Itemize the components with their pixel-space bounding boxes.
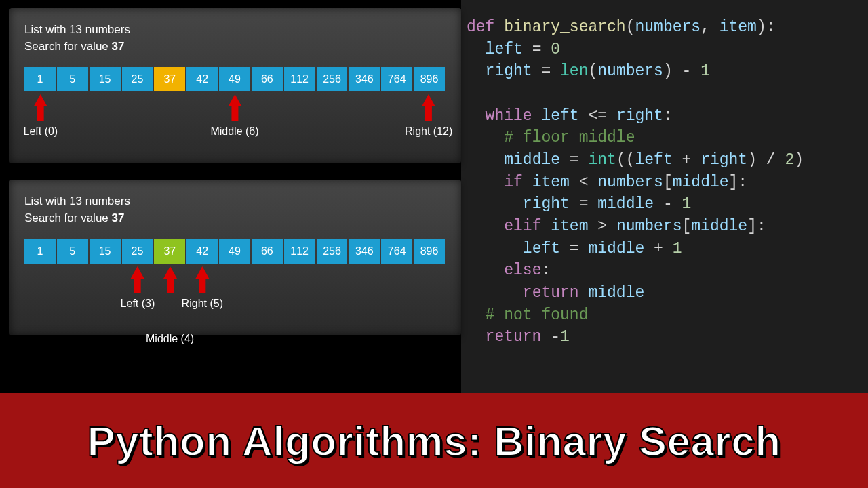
panel-description: List with 13 numbersSearch for value 37: [24, 193, 446, 226]
array-cell: 25: [122, 67, 153, 92]
panel-description: List with 13 numbersSearch for value 37: [24, 22, 446, 55]
array-cell: 66: [252, 67, 283, 92]
up-arrow-icon: [34, 94, 47, 106]
pointer-label: Right (5): [182, 298, 223, 310]
pointer-label: Middle (4): [146, 333, 194, 345]
up-arrow-icon: [195, 266, 209, 279]
title-banner: Python Algorithms: Binary Search: [0, 393, 868, 488]
array-cell: 256: [317, 239, 348, 264]
viz-panel-1: List with 13 numbersSearch for value 371…: [9, 180, 461, 335]
up-arrow-icon: [131, 266, 144, 279]
array-cell: 256: [317, 67, 348, 92]
array-cell: 764: [381, 67, 412, 92]
array-cell: 66: [252, 239, 283, 264]
array-cell: 42: [186, 239, 218, 264]
array-cell: 896: [414, 239, 445, 264]
stage: List with 13 numbersSearch for value 371…: [0, 0, 868, 393]
pointer-middle: Middle (4): [163, 266, 177, 293]
array-cell: 5: [57, 239, 88, 264]
array-cell: 764: [381, 239, 412, 264]
pointer-label: Middle (6): [210, 125, 258, 138]
array-cell: 346: [349, 67, 380, 92]
viz-panel-0: List with 13 numbersSearch for value 371…: [9, 8, 461, 163]
code-pane: def binary_search(numbers, item): left =…: [461, 0, 868, 393]
pointer-left: Left (3): [121, 266, 155, 310]
array-cells: 15152537424966112256346764896: [24, 67, 445, 92]
pointer-middle: Middle (6): [210, 94, 258, 138]
array-cell: 1: [24, 67, 56, 92]
array-cell: 896: [414, 67, 445, 92]
pointer-label: Left (3): [121, 298, 155, 310]
array-cell: 112: [284, 67, 315, 92]
array-cell: 1: [24, 239, 56, 264]
diagram-column: List with 13 numbersSearch for value 371…: [0, 0, 461, 393]
pointer-label: Left (0): [24, 125, 58, 138]
pointer-layer: Left (0)Middle (6)Right (12): [24, 94, 445, 148]
pointer-left: Left (0): [24, 94, 58, 138]
array-cell: 15: [90, 239, 121, 264]
array-cell: 37: [154, 67, 185, 92]
python-code: def binary_search(numbers, item): left =…: [467, 16, 868, 348]
array-cells: 15152537424966112256346764896: [24, 239, 445, 264]
array-cell: 346: [349, 239, 380, 264]
array-cell: 42: [186, 67, 218, 92]
pointer-layer: Left (3)Middle (4)Right (5): [24, 266, 445, 321]
banner-title: Python Algorithms: Binary Search: [87, 417, 781, 465]
array-cell: 15: [90, 67, 121, 92]
array-cell: 49: [219, 67, 250, 92]
array-cell: 37: [154, 239, 185, 264]
pointer-right: Right (12): [405, 94, 452, 138]
up-arrow-icon: [163, 266, 177, 279]
pointer-label: Right (12): [405, 125, 452, 138]
pointer-right: Right (5): [182, 266, 223, 310]
array-cell: 49: [219, 239, 250, 264]
up-arrow-icon: [228, 94, 241, 106]
array-cell: 25: [122, 239, 153, 264]
array-cell: 112: [284, 239, 315, 264]
array-cell: 5: [57, 67, 88, 92]
up-arrow-icon: [422, 94, 435, 106]
